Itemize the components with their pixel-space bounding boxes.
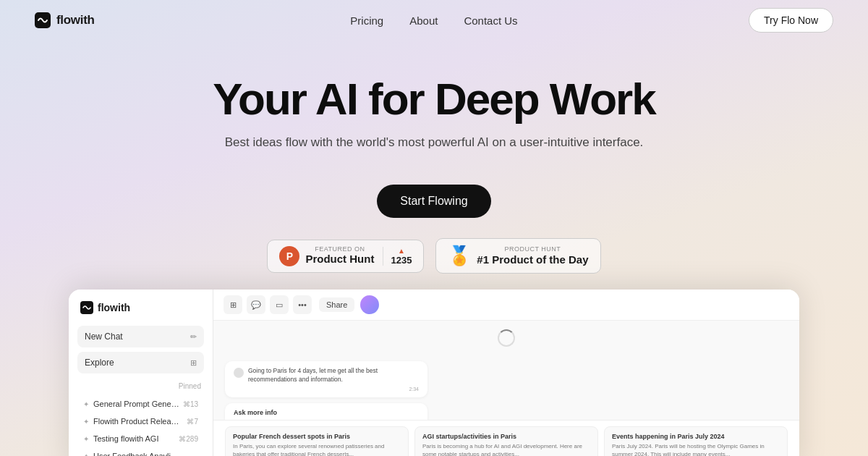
explore-icon: ⊞ — [190, 358, 197, 368]
star-icon-1: ✦ — [83, 418, 89, 426]
app-toolbar: ⊞ 💬 ▭ ••• Share — [213, 290, 799, 321]
bottom-card-1[interactable]: AGI startups/activities in Paris Paris i… — [414, 426, 598, 456]
new-chat-button[interactable]: New Chat ✏ — [77, 326, 204, 347]
chat-bubble-row-1: Going to Paris for 4 days, let me get al… — [234, 367, 419, 392]
product-hunt-name: Product Hunt — [305, 253, 374, 266]
loading-spinner — [498, 329, 515, 347]
share-button[interactable]: Share — [319, 297, 354, 312]
sidebar-item-2[interactable]: ✦ Testing flowith AGI ⌘289 — [77, 431, 204, 447]
product-hunt-count: ▲ 1235 — [383, 247, 412, 266]
star-icon-3: ✦ — [83, 452, 89, 457]
star-icon-2: ✦ — [83, 435, 89, 443]
toolbar-view-btn[interactable]: ▭ — [270, 295, 289, 314]
bottom-card-0[interactable]: Popular French dessert spots in Paris In… — [225, 426, 409, 456]
nav-links: Pricing About Contact Us — [350, 14, 517, 27]
logo-text: flowith — [56, 13, 95, 28]
explore-button[interactable]: Explore ⊞ — [77, 352, 204, 373]
new-chat-label: New Chat — [85, 332, 123, 342]
nav-pricing[interactable]: Pricing — [350, 14, 383, 27]
chat-text-1: Going to Paris for 4 days, let me get al… — [248, 367, 419, 384]
ask-title: Ask more info — [234, 409, 419, 416]
chat-bubbles: Going to Paris for 4 days, let me get al… — [225, 361, 788, 420]
toolbar-more-btn[interactable]: ••• — [293, 295, 312, 314]
product-of-day-badge[interactable]: 🏅 PRODUCT HUNT #1 Product of the Day — [435, 238, 600, 274]
sidebar-item-1[interactable]: ✦ Flowith Product Release Note... ⌘7 — [77, 413, 204, 429]
app-sidebar: flowith New Chat ✏ Explore ⊞ Pinned ✦ Ge… — [69, 290, 213, 456]
app-content: Going to Paris for 4 days, let me get al… — [213, 321, 799, 420]
product-hunt-text: FEATURED ON Product Hunt — [305, 246, 374, 265]
sidebar-item-3[interactable]: ✦ User Feedback Anaylizer — [77, 448, 204, 456]
bottom-card-2[interactable]: Events happening in Paris July 2024 Pari… — [604, 426, 788, 456]
explore-label: Explore — [85, 358, 114, 368]
bottom-cards: Popular French dessert spots in Paris In… — [213, 420, 799, 456]
sidebar-item-count-0: ⌘13 — [183, 400, 198, 408]
sidebar-item-name-1: Flowith Product Release Note... — [93, 417, 180, 426]
card-title-2: Events happening in Paris July 2024 — [612, 433, 780, 440]
pinned-label: Pinned — [77, 378, 204, 393]
toolbar-grid-btn[interactable]: ⊞ — [224, 295, 242, 314]
card-title-0: Popular French dessert spots in Paris — [233, 433, 401, 440]
chat-area: Going to Paris for 4 days, let me get al… — [213, 321, 799, 420]
product-of-day-title: #1 Product of the Day — [477, 253, 588, 266]
sidebar-item-left-2: ✦ Testing flowith AGI — [83, 434, 159, 443]
product-hunt-icon: P — [279, 246, 299, 266]
ask-text: Could you tell me what your preferences … — [234, 419, 419, 420]
app-preview: flowith New Chat ✏ Explore ⊞ Pinned ✦ Ge… — [69, 290, 799, 456]
medal-icon: 🏅 — [448, 245, 471, 267]
product-of-day-text: PRODUCT HUNT #1 Product of the Day — [477, 245, 588, 266]
sidebar-item-left-3: ✦ User Feedback Anaylizer — [83, 452, 180, 456]
ask-bubble: Ask more info Could you tell me what you… — [225, 403, 427, 420]
user-mini-avatar — [234, 368, 244, 378]
toolbar-chat-btn[interactable]: 💬 — [247, 295, 265, 314]
card-text-2: Paris July 2024. Paris will be hosting t… — [612, 442, 780, 456]
chat-bubble-user: Going to Paris for 4 days, let me get al… — [225, 361, 427, 397]
nav-contact[interactable]: Contact Us — [464, 14, 517, 27]
logo[interactable]: flowith — [35, 12, 95, 28]
sidebar-item-left-0: ✦ General Prompt Generator — [83, 400, 180, 408]
start-flowing-button[interactable]: Start Flowing — [377, 185, 490, 218]
try-flo-button[interactable]: Try Flo Now — [749, 8, 833, 33]
sidebar-item-0[interactable]: ✦ General Prompt Generator ⌘13 — [77, 396, 204, 412]
hero-subtitle: Best ideas flow with the world's most po… — [0, 135, 868, 150]
app-main: ⊞ 💬 ▭ ••• Share Going to Paris for 4 day… — [213, 290, 799, 456]
user-avatar — [360, 295, 379, 314]
upvote-arrow: ▲ — [398, 247, 405, 255]
sidebar-logo-text: flowith — [98, 302, 130, 313]
product-hunt-label: PRODUCT HUNT — [477, 245, 588, 253]
product-hunt-badge[interactable]: P FEATURED ON Product Hunt ▲ 1235 — [267, 240, 424, 273]
sidebar-item-name-0: General Prompt Generator — [93, 400, 180, 408]
card-title-1: AGI startups/activities in Paris — [422, 433, 590, 440]
hero-section: Your AI for Deep Work Best ideas flow wi… — [0, 41, 868, 274]
sidebar-item-count-2: ⌘289 — [179, 435, 198, 443]
logo-icon — [35, 12, 51, 28]
sidebar-logo: flowith — [77, 301, 204, 314]
sidebar-item-name-2: Testing flowith AGI — [93, 434, 159, 443]
card-text-0: In Paris, you can explore several renown… — [233, 442, 401, 456]
hero-title: Your AI for Deep Work — [0, 75, 868, 122]
upvote-count: 1235 — [391, 255, 412, 266]
badges-row: P FEATURED ON Product Hunt ▲ 1235 🏅 PROD… — [0, 238, 868, 274]
card-text-1: Paris is becoming a hub for AI and AGI d… — [422, 442, 590, 456]
sidebar-logo-icon — [80, 301, 93, 314]
navbar: flowith Pricing About Contact Us Try Flo… — [0, 0, 868, 41]
new-chat-icon: ✏ — [190, 332, 197, 342]
sidebar-item-count-1: ⌘7 — [187, 418, 198, 426]
chat-bubble-content-1: Going to Paris for 4 days, let me get al… — [248, 367, 419, 392]
chat-time-1: 2:34 — [248, 387, 419, 392]
sidebar-item-name-3: User Feedback Anaylizer — [93, 452, 180, 456]
nav-about[interactable]: About — [409, 14, 438, 27]
star-icon-0: ✦ — [83, 400, 89, 408]
sidebar-item-left-1: ✦ Flowith Product Release Note... — [83, 417, 180, 426]
